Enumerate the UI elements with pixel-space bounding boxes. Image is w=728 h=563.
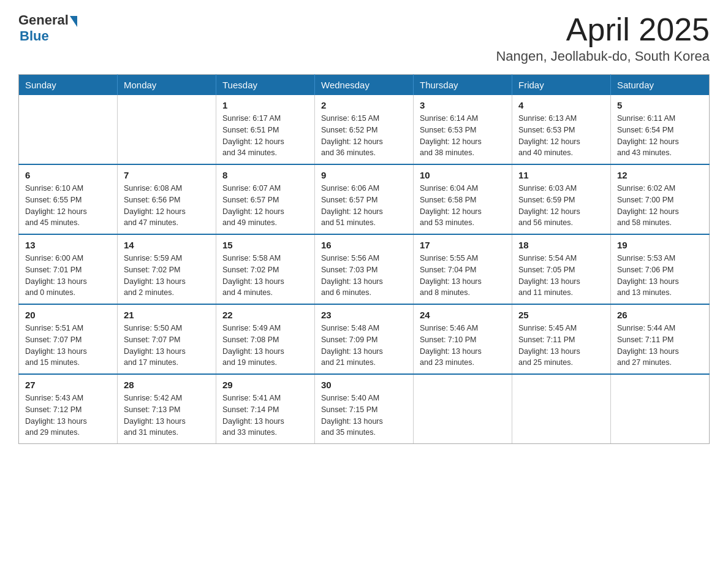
day-number: 5 — [617, 100, 703, 110]
day-info: Sunrise: 5:49 AM Sunset: 7:08 PM Dayligh… — [222, 323, 308, 369]
day-number: 24 — [420, 310, 506, 320]
calendar-cell: 17Sunrise: 5:55 AM Sunset: 7:04 PM Dayli… — [414, 234, 512, 304]
day-info: Sunrise: 6:00 AM Sunset: 7:01 PM Dayligh… — [25, 253, 111, 299]
logo-blue-text: Blue — [20, 28, 49, 44]
day-info: Sunrise: 5:43 AM Sunset: 7:12 PM Dayligh… — [25, 393, 111, 439]
calendar-cell: 8Sunrise: 6:07 AM Sunset: 6:57 PM Daylig… — [216, 164, 315, 234]
day-number: 14 — [124, 240, 210, 250]
calendar-cell: 12Sunrise: 6:02 AM Sunset: 7:00 PM Dayli… — [611, 164, 710, 234]
day-info: Sunrise: 6:13 AM Sunset: 6:53 PM Dayligh… — [518, 113, 604, 159]
calendar-cell — [512, 374, 611, 444]
calendar-week-3: 13Sunrise: 6:00 AM Sunset: 7:01 PM Dayli… — [19, 234, 710, 304]
calendar-cell: 3Sunrise: 6:14 AM Sunset: 6:53 PM Daylig… — [414, 95, 512, 164]
day-number: 13 — [25, 240, 111, 250]
calendar-cell: 15Sunrise: 5:58 AM Sunset: 7:02 PM Dayli… — [216, 234, 315, 304]
month-year-title: April 2025 — [496, 12, 710, 47]
weekday-header-saturday: Saturday — [611, 75, 710, 96]
calendar-week-2: 6Sunrise: 6:10 AM Sunset: 6:55 PM Daylig… — [19, 164, 710, 234]
day-number: 2 — [321, 100, 407, 110]
calendar-body: 1Sunrise: 6:17 AM Sunset: 6:51 PM Daylig… — [19, 95, 710, 444]
day-number: 15 — [222, 240, 308, 250]
weekday-header-sunday: Sunday — [19, 75, 118, 96]
calendar-cell: 23Sunrise: 5:48 AM Sunset: 7:09 PM Dayli… — [315, 304, 414, 374]
weekday-header-monday: Monday — [118, 75, 216, 96]
day-number: 23 — [321, 310, 407, 320]
day-number: 7 — [124, 170, 210, 180]
logo-general-text: General — [18, 12, 69, 28]
day-info: Sunrise: 5:48 AM Sunset: 7:09 PM Dayligh… — [321, 323, 407, 369]
page-header: General Blue April 2025 Nangen, Jeollabu… — [18, 12, 710, 64]
day-number: 25 — [518, 310, 604, 320]
calendar-week-1: 1Sunrise: 6:17 AM Sunset: 6:51 PM Daylig… — [19, 95, 710, 164]
day-number: 18 — [518, 240, 604, 250]
day-info: Sunrise: 6:06 AM Sunset: 6:57 PM Dayligh… — [321, 183, 407, 229]
calendar-cell: 28Sunrise: 5:42 AM Sunset: 7:13 PM Dayli… — [118, 374, 216, 444]
day-number: 9 — [321, 170, 407, 180]
day-info: Sunrise: 6:11 AM Sunset: 6:54 PM Dayligh… — [617, 113, 703, 159]
calendar-cell — [19, 95, 118, 164]
calendar-cell: 20Sunrise: 5:51 AM Sunset: 7:07 PM Dayli… — [19, 304, 118, 374]
day-info: Sunrise: 6:04 AM Sunset: 6:58 PM Dayligh… — [420, 183, 506, 229]
calendar-cell: 18Sunrise: 5:54 AM Sunset: 7:05 PM Dayli… — [512, 234, 611, 304]
calendar-cell: 19Sunrise: 5:53 AM Sunset: 7:06 PM Dayli… — [611, 234, 710, 304]
day-number: 4 — [518, 100, 604, 110]
calendar-cell — [118, 95, 216, 164]
day-number: 26 — [617, 310, 703, 320]
calendar-cell: 5Sunrise: 6:11 AM Sunset: 6:54 PM Daylig… — [611, 95, 710, 164]
calendar-cell: 10Sunrise: 6:04 AM Sunset: 6:58 PM Dayli… — [414, 164, 512, 234]
day-info: Sunrise: 5:56 AM Sunset: 7:03 PM Dayligh… — [321, 253, 407, 299]
calendar-cell — [611, 374, 710, 444]
day-info: Sunrise: 5:51 AM Sunset: 7:07 PM Dayligh… — [25, 323, 111, 369]
calendar-cell: 1Sunrise: 6:17 AM Sunset: 6:51 PM Daylig… — [216, 95, 315, 164]
day-number: 21 — [124, 310, 210, 320]
weekday-header-thursday: Thursday — [414, 75, 512, 96]
day-number: 10 — [420, 170, 506, 180]
day-info: Sunrise: 6:15 AM Sunset: 6:52 PM Dayligh… — [321, 113, 407, 159]
title-block: April 2025 Nangen, Jeollabuk-do, South K… — [496, 12, 710, 64]
logo: General Blue — [18, 12, 77, 44]
weekday-header-row: SundayMondayTuesdayWednesdayThursdayFrid… — [19, 75, 710, 96]
day-info: Sunrise: 5:58 AM Sunset: 7:02 PM Dayligh… — [222, 253, 308, 299]
day-info: Sunrise: 5:44 AM Sunset: 7:11 PM Dayligh… — [617, 323, 703, 369]
calendar-header: SundayMondayTuesdayWednesdayThursdayFrid… — [19, 75, 710, 96]
day-info: Sunrise: 6:14 AM Sunset: 6:53 PM Dayligh… — [420, 113, 506, 159]
day-info: Sunrise: 5:42 AM Sunset: 7:13 PM Dayligh… — [124, 393, 210, 439]
day-info: Sunrise: 5:46 AM Sunset: 7:10 PM Dayligh… — [420, 323, 506, 369]
day-info: Sunrise: 6:03 AM Sunset: 6:59 PM Dayligh… — [518, 183, 604, 229]
day-number: 22 — [222, 310, 308, 320]
calendar-cell: 30Sunrise: 5:40 AM Sunset: 7:15 PM Dayli… — [315, 374, 414, 444]
calendar-cell: 2Sunrise: 6:15 AM Sunset: 6:52 PM Daylig… — [315, 95, 414, 164]
day-number: 8 — [222, 170, 308, 180]
calendar-cell: 25Sunrise: 5:45 AM Sunset: 7:11 PM Dayli… — [512, 304, 611, 374]
calendar-cell: 13Sunrise: 6:00 AM Sunset: 7:01 PM Dayli… — [19, 234, 118, 304]
day-number: 1 — [222, 100, 308, 110]
day-info: Sunrise: 6:17 AM Sunset: 6:51 PM Dayligh… — [222, 113, 308, 159]
day-number: 16 — [321, 240, 407, 250]
day-number: 30 — [321, 380, 407, 390]
day-info: Sunrise: 5:45 AM Sunset: 7:11 PM Dayligh… — [518, 323, 604, 369]
day-number: 6 — [25, 170, 111, 180]
calendar-cell: 22Sunrise: 5:49 AM Sunset: 7:08 PM Dayli… — [216, 304, 315, 374]
calendar-table: SundayMondayTuesdayWednesdayThursdayFrid… — [18, 74, 710, 444]
calendar-cell: 21Sunrise: 5:50 AM Sunset: 7:07 PM Dayli… — [118, 304, 216, 374]
calendar-cell: 11Sunrise: 6:03 AM Sunset: 6:59 PM Dayli… — [512, 164, 611, 234]
calendar-week-5: 27Sunrise: 5:43 AM Sunset: 7:12 PM Dayli… — [19, 374, 710, 444]
day-number: 28 — [124, 380, 210, 390]
day-info: Sunrise: 5:59 AM Sunset: 7:02 PM Dayligh… — [124, 253, 210, 299]
calendar-cell: 26Sunrise: 5:44 AM Sunset: 7:11 PM Dayli… — [611, 304, 710, 374]
day-info: Sunrise: 6:10 AM Sunset: 6:55 PM Dayligh… — [25, 183, 111, 229]
day-info: Sunrise: 6:08 AM Sunset: 6:56 PM Dayligh… — [124, 183, 210, 229]
day-number: 20 — [25, 310, 111, 320]
calendar-cell: 27Sunrise: 5:43 AM Sunset: 7:12 PM Dayli… — [19, 374, 118, 444]
weekday-header-friday: Friday — [512, 75, 611, 96]
day-number: 12 — [617, 170, 703, 180]
day-info: Sunrise: 5:41 AM Sunset: 7:14 PM Dayligh… — [222, 393, 308, 439]
calendar-cell: 14Sunrise: 5:59 AM Sunset: 7:02 PM Dayli… — [118, 234, 216, 304]
location-subtitle: Nangen, Jeollabuk-do, South Korea — [496, 48, 710, 64]
day-number: 17 — [420, 240, 506, 250]
calendar-cell: 4Sunrise: 6:13 AM Sunset: 6:53 PM Daylig… — [512, 95, 611, 164]
calendar-week-4: 20Sunrise: 5:51 AM Sunset: 7:07 PM Dayli… — [19, 304, 710, 374]
day-number: 29 — [222, 380, 308, 390]
calendar-cell: 29Sunrise: 5:41 AM Sunset: 7:14 PM Dayli… — [216, 374, 315, 444]
day-info: Sunrise: 6:02 AM Sunset: 7:00 PM Dayligh… — [617, 183, 703, 229]
